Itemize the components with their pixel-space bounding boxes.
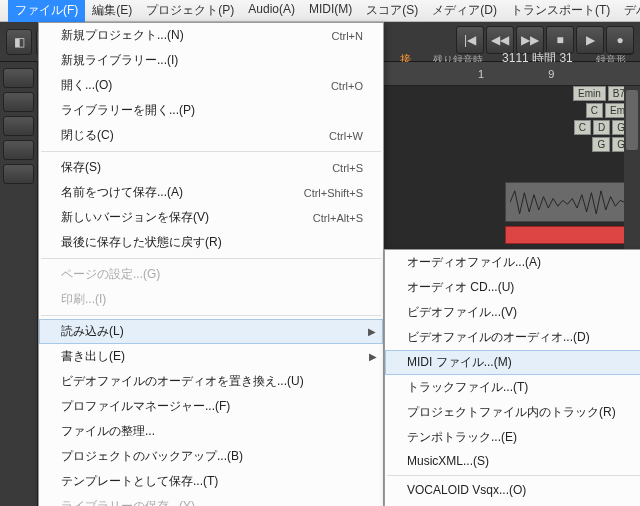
- menu-item-label: 書き出し(E): [61, 348, 125, 365]
- menu-プロジェクト[interactable]: プロジェクト(P): [139, 0, 241, 22]
- menu-shortcut: Ctrl+Alt+S: [313, 212, 363, 224]
- ruler-mark: 9: [548, 68, 554, 80]
- menu-shortcut: Ctrl+W: [329, 130, 363, 142]
- record-button[interactable]: ●: [606, 26, 634, 54]
- inspector-button[interactable]: [3, 164, 34, 184]
- file-menu-dropdown: 新規プロジェクト...(N)Ctrl+N新規ライブラリー...(I)開く...(…: [38, 22, 384, 506]
- menu-midi[interactable]: MIDI(M): [302, 0, 359, 22]
- menu-item-label: 閉じる(C): [61, 127, 114, 144]
- menu-item-label: ビデオファイルのオーディオ...(D): [407, 329, 590, 346]
- menu-item-label: 印刷...(I): [61, 291, 106, 308]
- tool-btn[interactable]: ◧: [6, 29, 32, 55]
- menu-item[interactable]: ビデオファイルのオーディオを置き換え...(U): [39, 369, 383, 394]
- menu-item[interactable]: 読み込み(L)▶: [39, 319, 383, 344]
- chord-event[interactable]: C: [586, 103, 603, 118]
- menu-audio[interactable]: Audio(A): [241, 0, 302, 22]
- menu-メディア[interactable]: メディア(D): [425, 0, 504, 22]
- inspector-button[interactable]: [3, 140, 34, 160]
- menu-item[interactable]: VOCALOID Vsq...(C): [385, 501, 640, 506]
- chord-event[interactable]: C: [574, 120, 591, 135]
- menubar: ファイル(F)編集(E)プロジェクト(P)Audio(A)MIDI(M)スコア(…: [0, 0, 640, 22]
- menu-item-label: オーディオファイル...(A): [407, 254, 541, 271]
- menu-item[interactable]: 最後に保存した状態に戻す(R): [39, 230, 383, 255]
- menu-item[interactable]: 開く...(O)Ctrl+O: [39, 73, 383, 98]
- menu-item[interactable]: プロファイルマネージャー...(F): [39, 394, 383, 419]
- menu-item[interactable]: 保存(S)Ctrl+S: [39, 155, 383, 180]
- menu-item[interactable]: MusicXML...(S): [385, 450, 640, 472]
- menu-item-label: ライブラリーを開く...(P): [61, 102, 195, 119]
- audio-clip[interactable]: [505, 182, 630, 222]
- menu-item-label: ビデオファイルのオーディオを置き換え...(U): [61, 373, 304, 390]
- menu-item[interactable]: ビデオファイルのオーディオ...(D): [385, 325, 640, 350]
- menu-item-label: 新規プロジェクト...(N): [61, 27, 184, 44]
- menu-item-label: テンプレートとして保存...(T): [61, 473, 218, 490]
- scroll-thumb[interactable]: [626, 90, 638, 150]
- menu-item[interactable]: プロジェクトファイル内のトラック(R): [385, 400, 640, 425]
- menu-item-label: トラックファイル...(T): [407, 379, 528, 396]
- menu-item-label: 保存(S): [61, 159, 101, 176]
- menu-item[interactable]: プロジェクトのバックアップ...(B): [39, 444, 383, 469]
- menu-item-label: VOCALOID Vsqx...(O): [407, 483, 526, 497]
- menu-item-label: 最後に保存した状態に戻す(R): [61, 234, 222, 251]
- clips-area: EminB7 CEm CDG GG: [505, 86, 630, 244]
- menu-separator: [41, 258, 381, 259]
- menu-item[interactable]: 名前をつけて保存...(A)Ctrl+Shift+S: [39, 180, 383, 205]
- menu-separator: [387, 475, 640, 476]
- menu-item-label: 開く...(O): [61, 77, 112, 94]
- menu-item-label: テンポトラック...(E): [407, 429, 517, 446]
- menu-トランスポート[interactable]: トランスポート(T): [504, 0, 617, 22]
- menu-item-label: ファイルの整理...: [61, 423, 155, 440]
- midi-clip[interactable]: [505, 226, 630, 244]
- menu-item: 印刷...(I): [39, 287, 383, 312]
- submenu-arrow-icon: ▶: [368, 326, 376, 337]
- inspector-button[interactable]: [3, 68, 34, 88]
- menu-item[interactable]: トラックファイル...(T): [385, 375, 640, 400]
- menu-item[interactable]: ライブラリーを開く...(P): [39, 98, 383, 123]
- menu-item-label: MIDI ファイル...(M): [407, 354, 512, 371]
- menu-item-label: プロジェクトのバックアップ...(B): [61, 448, 243, 465]
- menu-item: ページの設定...(G): [39, 262, 383, 287]
- menu-item[interactable]: オーディオファイル...(A): [385, 250, 640, 275]
- ruler-mark: 1: [478, 68, 484, 80]
- chord-event[interactable]: G: [592, 137, 610, 152]
- menu-item[interactable]: テンプレートとして保存...(T): [39, 469, 383, 494]
- waveform-icon: [510, 187, 625, 218]
- menu-shortcut: Ctrl+N: [332, 30, 363, 42]
- menu-ファイル[interactable]: ファイル(F): [8, 0, 85, 22]
- menu-item-label: オーディオ CD...(U): [407, 279, 514, 296]
- menu-item[interactable]: 書き出し(E)▶: [39, 344, 383, 369]
- menu-shortcut: Ctrl+Shift+S: [304, 187, 363, 199]
- import-submenu-dropdown: オーディオファイル...(A)オーディオ CD...(U)ビデオファイル...(…: [384, 249, 640, 506]
- menu-item[interactable]: ビデオファイル...(V): [385, 300, 640, 325]
- menu-item[interactable]: MIDI ファイル...(M): [385, 350, 640, 375]
- inspector-button[interactable]: [3, 92, 34, 112]
- menu-item[interactable]: 新規プロジェクト...(N)Ctrl+N: [39, 23, 383, 48]
- menu-item[interactable]: テンポトラック...(E): [385, 425, 640, 450]
- menu-item-label: ライブラリーの保存...(Y): [61, 498, 195, 506]
- menu-item-label: プロジェクトファイル内のトラック(R): [407, 404, 616, 421]
- menu-item[interactable]: 閉じる(C)Ctrl+W: [39, 123, 383, 148]
- menu-デバイス[interactable]: デバイス(V): [617, 0, 640, 22]
- menu-item: ライブラリーの保存...(Y): [39, 494, 383, 506]
- menu-item-label: プロファイルマネージャー...(F): [61, 398, 230, 415]
- menu-item[interactable]: VOCALOID Vsqx...(O): [385, 479, 640, 501]
- prev-button[interactable]: |◀: [456, 26, 484, 54]
- menu-item[interactable]: 新規ライブラリー...(I): [39, 48, 383, 73]
- menu-item-label: ページの設定...(G): [61, 266, 160, 283]
- inspector-button[interactable]: [3, 116, 34, 136]
- menu-item[interactable]: ファイルの整理...: [39, 419, 383, 444]
- menu-shortcut: Ctrl+O: [331, 80, 363, 92]
- menu-item-label: 読み込み(L): [61, 323, 124, 340]
- menu-separator: [41, 151, 381, 152]
- menu-item-label: 新規ライブラリー...(I): [61, 52, 178, 69]
- menu-separator: [41, 315, 381, 316]
- menu-item-label: ビデオファイル...(V): [407, 304, 517, 321]
- menu-item-label: MusicXML...(S): [407, 454, 489, 468]
- menu-item[interactable]: 新しいバージョンを保存(V)Ctrl+Alt+S: [39, 205, 383, 230]
- menu-スコア[interactable]: スコア(S): [359, 0, 425, 22]
- menu-item[interactable]: オーディオ CD...(U): [385, 275, 640, 300]
- menu-編集[interactable]: 編集(E): [85, 0, 139, 22]
- chord-event[interactable]: D: [593, 120, 610, 135]
- menu-item-label: 新しいバージョンを保存(V): [61, 209, 209, 226]
- chord-event[interactable]: Emin: [573, 86, 606, 101]
